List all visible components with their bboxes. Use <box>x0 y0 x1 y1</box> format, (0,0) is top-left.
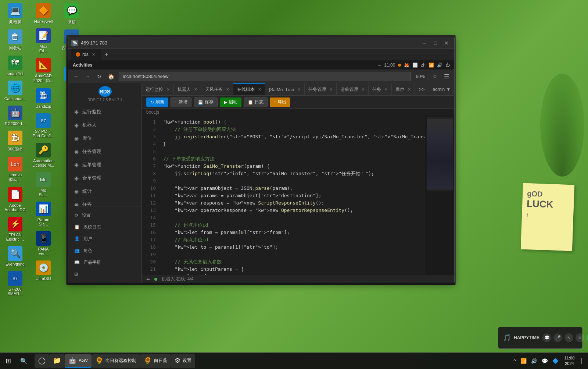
close-tab-ordermanage[interactable]: ✕ <box>361 87 365 92</box>
sidebar-item-stats[interactable]: ◉ 统计 <box>68 185 141 198</box>
sidebar-item-task[interactable]: ◉ 任务 <box>68 198 141 206</box>
sidebar-user[interactable]: 👤 用户 <box>68 233 141 245</box>
tab-monitoring[interactable]: 运行监控 ✕ <box>142 83 174 96</box>
sidebar-item-ordermanage[interactable]: ◉ 运单管理 <box>68 158 141 171</box>
clock-display[interactable]: 11:00 2024 <box>562 355 578 367</box>
icon-licma[interactable]: 🔑 AutomationLicense M... <box>30 141 57 169</box>
tab-task[interactable]: 任务 ✕ <box>369 83 392 96</box>
browser-menu-icon[interactable]: ☰ <box>442 71 451 81</box>
refresh-button[interactable]: ↻ <box>95 72 104 81</box>
notif-play-button[interactable]: ▶ <box>587 333 588 342</box>
back-button[interactable]: ← <box>71 72 81 81</box>
forward-button[interactable]: → <box>83 72 93 81</box>
icon-acrobat[interactable]: 📄 AdobeAcrobat DC <box>2 186 28 213</box>
bluetooth-tray-icon[interactable]: 🔷 <box>551 356 560 365</box>
sidebar-item-position[interactable]: ◉ 库位 <box>68 132 141 145</box>
icon-param[interactable]: 📊 ParamSla... <box>30 200 57 228</box>
icon-s7200[interactable]: S7 S7-200SMAR... <box>2 270 28 297</box>
home-button[interactable]: 🏠 <box>106 72 116 81</box>
add-button[interactable]: + 新增 <box>171 97 191 107</box>
browser-tab-rds[interactable]: rds ✕ <box>71 49 101 60</box>
close-tab-tianfeng[interactable]: ✕ <box>226 87 229 92</box>
sidebar-grid[interactable]: ⊞ <box>68 268 141 280</box>
sidebar-product[interactable]: 📖 产品手册 <box>68 256 141 268</box>
taskbar-item-settings[interactable]: ⚙ 设置 <box>171 354 195 368</box>
tray-icon-1[interactable]: ^ <box>512 356 517 365</box>
icon-smap[interactable]: 🗺 smap-1st <box>2 54 28 77</box>
tab-more-button[interactable]: >> <box>415 86 428 92</box>
new-tab-button[interactable]: + <box>101 51 112 58</box>
minimize-button[interactable]: ─ <box>420 38 429 48</box>
firefox-icon[interactable]: 🦊 <box>404 63 409 68</box>
notif-close-button[interactable]: ✕ <box>576 333 584 342</box>
close-tab-task[interactable]: ✕ <box>384 87 388 92</box>
wechat-tray-icon[interactable]: 💬 <box>540 356 549 365</box>
browser-tab-close-rds[interactable]: ✕ <box>91 52 96 57</box>
icon-rc2000[interactable]: 🤖 RC2000-f... <box>2 104 28 127</box>
show-desktop-icon[interactable]: │ <box>579 356 585 365</box>
close-tab-monitoring[interactable]: ✕ <box>166 87 170 92</box>
taskbar-item-agv[interactable]: 🤖 AGV <box>65 354 92 368</box>
icon-diandian[interactable]: 💻 此电脑 <box>2 2 28 26</box>
tab-robot[interactable]: 机器人 ✕ <box>174 83 201 96</box>
export-button[interactable]: ↑ 导出 <box>270 97 290 107</box>
close-tab-taskmanage[interactable]: ✕ <box>329 87 333 92</box>
network-icon[interactable]: 📶 <box>429 63 434 68</box>
icon-micr[interactable]: 📝 MicrEd... <box>30 27 57 54</box>
icon-everything[interactable]: 🔍 Everything <box>2 245 28 268</box>
tab-taskmanage[interactable]: 任务管理 ✕ <box>305 83 337 96</box>
sidebar-item-robot[interactable]: ◉ 机器人 <box>68 118 141 132</box>
close-tab-robot[interactable]: ✕ <box>194 87 197 92</box>
url-bar[interactable] <box>119 72 411 81</box>
icon-ultraiso[interactable]: 💿 UltraISO <box>30 259 57 282</box>
code-content[interactable]: "kw">function boot() { // 注册下单接受的回应方法 jj… <box>160 116 425 275</box>
sidebar-item-taskmanage[interactable]: ◉ 任务管理 <box>68 145 141 158</box>
refresh-button[interactable]: ↻ 刷新 <box>146 97 168 107</box>
notif-mic-button[interactable]: 🎤 <box>553 333 562 342</box>
notif-cursor-button[interactable]: ↖ <box>564 333 573 342</box>
unknown-icon[interactable]: ⬜ <box>412 63 418 68</box>
icon-s7pct[interactable]: S7 S7-PCT -Port Confi... <box>30 112 57 139</box>
lang-select[interactable]: zh <box>421 63 426 68</box>
taskbar-item-explorer[interactable]: 📁 <box>49 354 65 368</box>
icon-autocad[interactable]: 📐 AutoCAD2020 - 简... <box>30 56 57 85</box>
taskbar-item-xiangruiyuan[interactable]: 🌻 向日葵远程控制 <box>92 354 140 368</box>
icon-bandizip[interactable]: 🗜 Bandizip <box>30 87 57 110</box>
notif-chat-button[interactable]: 💬 <box>542 333 551 342</box>
icon-pana[interactable]: 📱 PANAver... <box>30 230 57 257</box>
sidebar-syslog[interactable]: 📋 系统日志 <box>68 221 141 233</box>
save-button[interactable]: 💾 保存 <box>194 97 218 107</box>
taskbar-item-cortana[interactable]: ◯ <box>35 354 49 368</box>
admin-chevron-icon[interactable]: ▼ <box>446 87 451 92</box>
network-tray-icon[interactable]: 📶 <box>519 356 528 365</box>
close-tab-position[interactable]: ✕ <box>408 87 411 92</box>
tab-position[interactable]: 库位 ✕ <box>392 83 415 96</box>
icon-recyclebin[interactable]: 🗑 回收站 <box>2 28 28 52</box>
icon-honeywell[interactable]: 🔶 Honeywell <box>30 2 57 25</box>
sidebar-item-monitoring[interactable]: ◉ 运行监控 <box>68 105 141 118</box>
run-button[interactable]: ▶ 启动 <box>220 97 241 107</box>
close-button[interactable]: ✕ <box>442 38 451 48</box>
icon-wechat[interactable]: 💬 微信 <box>58 2 85 26</box>
icon-mo[interactable]: Mo MoSla... <box>30 171 57 198</box>
sidebar-role[interactable]: 👥 角色 <box>68 245 141 256</box>
power-icon[interactable]: ⏻ <box>445 63 450 68</box>
tab-ordermanage[interactable]: 运单管理 ✕ <box>337 83 369 96</box>
icon-lenovo[interactable]: Len Lenovo驱动... <box>2 155 28 184</box>
start-button[interactable]: ⊞ <box>0 353 17 369</box>
log-button[interactable]: 📋 日志 <box>244 97 268 107</box>
tab-saimo[interactable]: [SaiMo_Tran ✕ <box>265 83 305 96</box>
close-tab-online[interactable]: ✕ <box>258 87 261 92</box>
icon-eplan[interactable]: ⚡ EPLANElectric ... <box>2 215 28 243</box>
icon-360[interactable]: 🗜 360压缩 <box>2 129 28 153</box>
maximize-button[interactable]: □ <box>431 38 440 48</box>
tab-tianfeng[interactable]: 天风任务 ✕ <box>201 83 233 96</box>
bookmark-icon[interactable]: ☆ <box>430 71 440 81</box>
sidebar-settings[interactable]: ⚙ 设置 <box>68 209 141 221</box>
volume-icon[interactable]: 🔊 <box>437 63 442 68</box>
sidebar-item-ordermanage2[interactable]: ◉ 合单管理 <box>68 171 141 185</box>
minimize-icon[interactable]: ─ <box>378 63 381 68</box>
tab-online[interactable]: 在线脚本 ✕ <box>233 83 265 96</box>
volume-tray-icon[interactable]: 🔊 <box>530 356 539 365</box>
icon-cale[interactable]: 🌐 Cale.smar... <box>2 79 28 102</box>
